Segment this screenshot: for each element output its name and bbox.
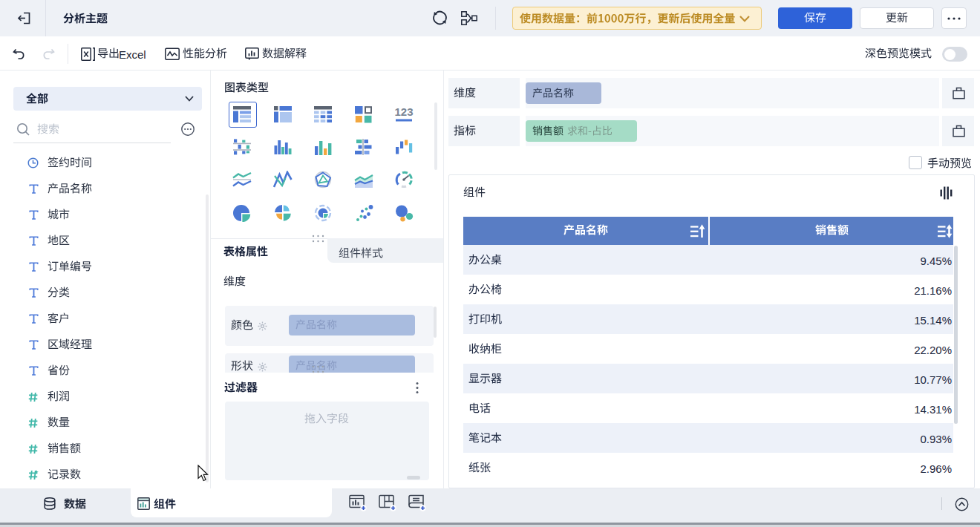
svg-text:123: 123: [395, 105, 414, 118]
